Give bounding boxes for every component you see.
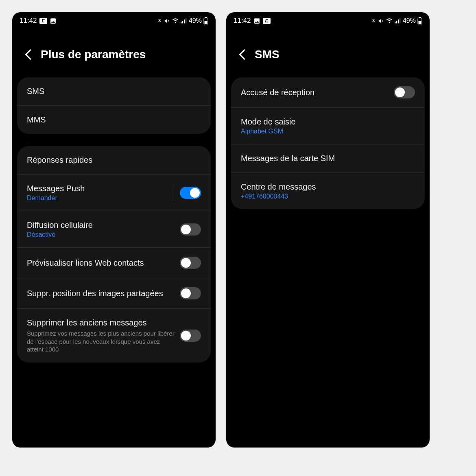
row-title-sim-messages: Messages de la carte SIM bbox=[241, 153, 415, 164]
svg-rect-0 bbox=[181, 22, 181, 23]
toggle-delivery-report[interactable] bbox=[394, 86, 415, 98]
wifi-icon bbox=[386, 18, 393, 24]
row-title-message-center: Centre de messages bbox=[241, 182, 415, 192]
divider bbox=[174, 185, 174, 201]
row-strip-location[interactable]: Suppr. position des images partagées bbox=[17, 278, 211, 308]
row-title-push: Messages Push bbox=[27, 183, 169, 194]
row-title-strip-location: Suppr. position des images partagées bbox=[27, 288, 175, 299]
toggle-delete-old-messages[interactable] bbox=[180, 330, 201, 342]
row-message-center[interactable]: Centre de messages +491760000443 bbox=[231, 172, 425, 209]
row-title-mms: MMS bbox=[27, 115, 201, 125]
app-indicator-icon: E bbox=[263, 18, 271, 24]
row-cell-broadcast[interactable]: Diffusion cellulaire Désactivé bbox=[17, 211, 211, 247]
phone-screen-sms: 11:42 E 49% bbox=[226, 12, 430, 448]
svg-rect-7 bbox=[395, 22, 395, 23]
svg-rect-13 bbox=[419, 21, 421, 24]
svg-rect-2 bbox=[184, 20, 185, 24]
gallery-icon bbox=[50, 17, 57, 24]
signal-icon bbox=[181, 18, 187, 24]
svg-rect-1 bbox=[182, 21, 183, 23]
row-title-sms: SMS bbox=[27, 86, 201, 96]
back-button[interactable] bbox=[22, 48, 34, 61]
bluetooth-icon bbox=[157, 18, 162, 24]
row-title-cell-broadcast: Diffusion cellulaire bbox=[27, 220, 175, 230]
battery-icon bbox=[417, 17, 422, 24]
signal-icon bbox=[395, 18, 401, 24]
battery-icon bbox=[203, 17, 208, 24]
row-desc-delete-old: Supprimez vos messages les plus anciens … bbox=[27, 330, 175, 354]
wifi-icon bbox=[172, 18, 179, 24]
phone-screen-more-settings: 11:42 E 49% bbox=[12, 12, 216, 448]
toggle-cell-broadcast[interactable] bbox=[180, 223, 201, 236]
row-sms[interactable]: SMS bbox=[17, 77, 211, 105]
section-sms-mms: SMS MMS bbox=[17, 77, 211, 134]
bluetooth-icon bbox=[371, 18, 376, 24]
mute-icon bbox=[164, 18, 170, 24]
status-bar: 11:42 E 49% bbox=[12, 12, 216, 28]
row-delivery-report[interactable]: Accusé de réception bbox=[231, 77, 425, 107]
row-sub-push: Demander bbox=[27, 194, 169, 202]
mute-icon bbox=[378, 18, 384, 24]
section-advanced: Réponses rapides Messages Push Demander … bbox=[17, 146, 211, 362]
row-title-input-mode: Mode de saisie bbox=[241, 117, 415, 127]
gallery-icon bbox=[253, 17, 260, 24]
status-time: 11:42 bbox=[20, 17, 37, 25]
svg-rect-6 bbox=[205, 21, 207, 24]
row-quick-replies[interactable]: Réponses rapides bbox=[17, 146, 211, 174]
row-sub-message-center: +491760000443 bbox=[241, 193, 415, 200]
status-time: 11:42 bbox=[234, 17, 251, 25]
page-title: SMS bbox=[255, 48, 279, 61]
row-title-delivery-report: Accusé de réception bbox=[241, 87, 389, 98]
status-battery-text: 49% bbox=[403, 17, 416, 24]
row-sub-input-mode: Alphabet GSM bbox=[241, 128, 415, 135]
status-bar: 11:42 E 49% bbox=[226, 12, 430, 28]
toggle-push-messages[interactable] bbox=[180, 187, 201, 199]
svg-rect-8 bbox=[396, 21, 397, 23]
svg-rect-10 bbox=[400, 18, 400, 24]
page-title: Plus de paramètres bbox=[41, 48, 146, 61]
row-sim-messages[interactable]: Messages de la carte SIM bbox=[231, 144, 425, 172]
row-delete-old-messages[interactable]: Supprimer les anciens messages Supprimez… bbox=[17, 308, 211, 362]
row-preview-links[interactable]: Prévisualiser liens Web contacts bbox=[17, 247, 211, 278]
row-title-preview-links: Prévisualiser liens Web contacts bbox=[27, 258, 175, 268]
row-title-quick-replies: Réponses rapides bbox=[27, 155, 201, 165]
status-battery-text: 49% bbox=[189, 17, 202, 24]
app-indicator-icon: E bbox=[39, 18, 47, 24]
svg-rect-3 bbox=[186, 18, 186, 24]
section-sms-settings: Accusé de réception Mode de saisie Alpha… bbox=[231, 77, 425, 209]
back-button[interactable] bbox=[236, 48, 248, 61]
toggle-preview-links[interactable] bbox=[180, 257, 201, 269]
row-push-messages[interactable]: Messages Push Demander bbox=[17, 174, 211, 211]
svg-rect-9 bbox=[398, 20, 399, 24]
row-sub-cell-broadcast: Désactivé bbox=[27, 231, 175, 238]
row-input-mode[interactable]: Mode de saisie Alphabet GSM bbox=[231, 107, 425, 144]
row-mms[interactable]: MMS bbox=[17, 105, 211, 134]
toggle-strip-location[interactable] bbox=[180, 287, 201, 299]
row-title-delete-old: Supprimer les anciens messages bbox=[27, 318, 175, 328]
